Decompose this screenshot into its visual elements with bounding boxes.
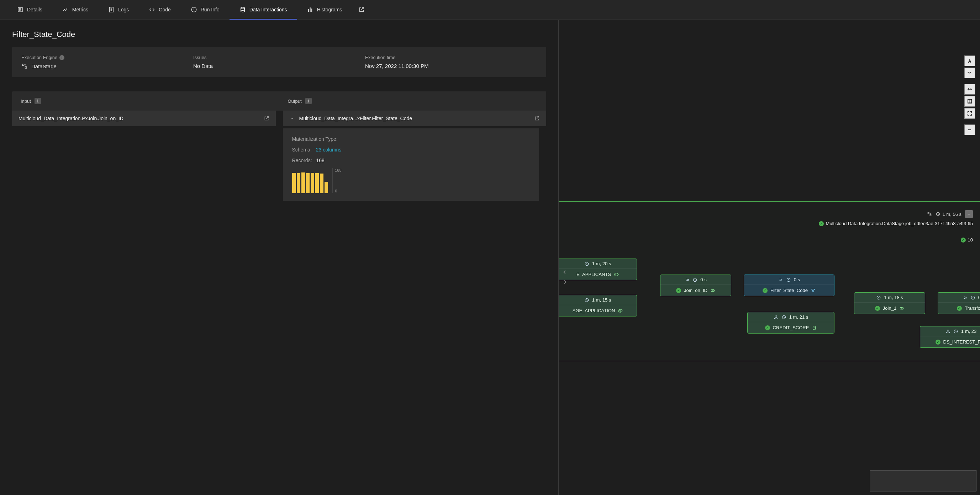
node-application[interactable]: 1 m, 15 s AGE_APPLICATION [559,295,637,316]
node-join-on-id[interactable]: 0 s ✓Join_on_ID [660,274,731,296]
hist-max: 168 [335,168,341,173]
node-filter-state-code[interactable]: 0 s ✓Filter_State_Code [744,274,834,296]
hist-bar [297,173,300,193]
chevron-right-icon[interactable] [562,279,568,285]
lineage-canvas[interactable]: 1 m, 56 s ✓ Multicloud Data Integration.… [559,20,980,495]
output-label: Output [288,98,302,104]
status-check-icon: ✓ [676,288,681,293]
tab-logs[interactable]: Logs [98,0,139,19]
metrics-icon [62,6,69,13]
svg-point-27 [776,316,776,316]
node-applicants[interactable]: 1 m, 20 s E_APPLICANTS [559,259,637,280]
tab-label: Code [159,7,170,13]
output-detail-card: Materialization Type: Schema: 23 columns… [283,129,539,201]
svg-rect-9 [968,100,972,103]
tab-details[interactable]: Details [7,0,52,19]
svg-point-3 [240,7,245,9]
materialization-label: Materialization Type: [292,136,338,142]
zigzag-tool-button[interactable] [964,68,975,78]
clock-icon [953,329,958,334]
fit-tool-button[interactable] [964,108,975,119]
svg-rect-4 [308,9,309,12]
clock-icon [692,278,697,282]
open-external-icon[interactable] [534,116,540,121]
data-interactions-icon [240,6,246,13]
engine-value: DataStage [21,63,193,69]
details-icon [17,6,24,13]
input-count-badge: 1 [35,98,41,104]
chevron-down-icon[interactable] [289,116,295,121]
histograms-icon [307,6,313,13]
lane-icon [927,212,932,217]
svg-point-36 [948,330,948,330]
collapse-lane-button[interactable] [965,210,973,218]
input-row[interactable]: Multicloud_Data_Integration.PxJoin.Join_… [12,111,276,126]
svg-rect-6 [311,8,312,12]
hist-bar [325,182,328,193]
node-transformer[interactable]: 0 s ✓Transformer [938,292,980,314]
input-row-text: Multicloud_Data_Integration.PxJoin.Join_… [19,116,124,121]
join-type-icon [899,306,904,311]
tab-label: Logs [118,7,129,13]
tab-metrics[interactable]: Metrics [52,0,98,19]
node-join-1[interactable]: 1 m, 18 s ✓Join_1 [854,292,925,314]
db-type-icon [812,325,817,330]
node-interest-rate[interactable]: 1 m, 23 ✓DS_INTEREST_RAT [920,326,980,348]
svg-rect-11 [930,214,931,216]
run-info-icon [191,6,197,13]
svg-rect-5 [310,8,310,12]
output-row[interactable]: Multicloud_Data_Integra...xFilter.Filter… [283,111,547,126]
resize-tool-button[interactable] [964,84,975,95]
tab-open-external[interactable] [352,0,371,19]
tab-label: Metrics [72,7,88,13]
table-tool-button[interactable] [964,96,975,107]
hist-axis: 168 0 [332,168,341,193]
clock-icon [584,298,589,303]
view-icon [618,308,623,313]
view-icon [614,272,619,277]
clock-icon [970,295,975,300]
records-histogram [292,168,328,193]
open-external-icon [358,6,365,13]
schema-link[interactable]: 23 columns [316,147,342,152]
status-check-icon: ✓ [875,306,880,311]
info-icon[interactable]: i [59,55,64,60]
tab-code[interactable]: Code [139,0,180,19]
output-row-text: Multicloud_Data_Integra...xFilter.Filter… [299,116,412,121]
tab-bar: Details Metrics Logs Code Run Info [0,0,980,20]
input-label: Input [21,98,31,104]
output-count-badge: 1 [305,98,312,104]
logs-icon [108,6,115,13]
lane-job-name: Multicloud Data Integration.DataStage jo… [826,221,973,226]
hist-bar [315,173,319,193]
clock-icon [786,278,791,282]
records-value: 168 [317,157,325,163]
filter-stage-icon [778,278,783,282]
text-tool-button[interactable] [964,56,975,66]
exec-time-value: Nov 27, 2022 11:00:30 PM [365,63,537,69]
source-icon [773,315,779,320]
summary-card: Execution Engine i DataStage Issues No D… [12,47,546,77]
svg-point-20 [616,274,617,275]
page-title: Filter_State_Code [12,30,546,39]
panel-handles [562,269,568,285]
open-external-icon[interactable] [264,116,269,121]
minimap[interactable] [870,470,977,492]
tab-run-info[interactable]: Run Info [181,0,229,19]
node-credit-score[interactable]: 1 m, 21 s ✓CREDIT_SCORE [747,312,834,333]
issues-label: Issues [193,55,365,60]
tab-data-interactions[interactable]: Data Interactions [229,0,297,19]
canvas-toolbar [964,56,975,135]
svg-rect-8 [25,67,27,69]
lane-duration: 1 m, 56 s [943,212,961,217]
minus-tool-button[interactable] [964,124,975,135]
hist-bar [292,173,296,193]
svg-point-31 [813,326,816,327]
join-type-icon [710,288,715,293]
chevron-left-icon[interactable] [562,269,568,275]
svg-rect-10 [928,212,929,214]
status-check-icon: ✓ [961,238,966,243]
engine-label: Execution Engine i [21,55,193,60]
hist-bar [306,173,310,193]
tab-histograms[interactable]: Histograms [297,0,352,19]
